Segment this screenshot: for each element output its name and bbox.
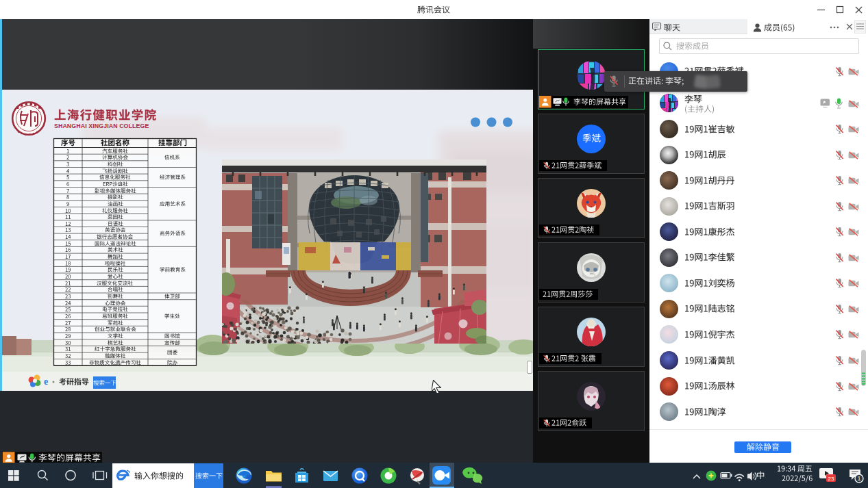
svg-text:1: 1 <box>857 475 860 482</box>
svg-text:23: 23 <box>828 476 834 482</box>
